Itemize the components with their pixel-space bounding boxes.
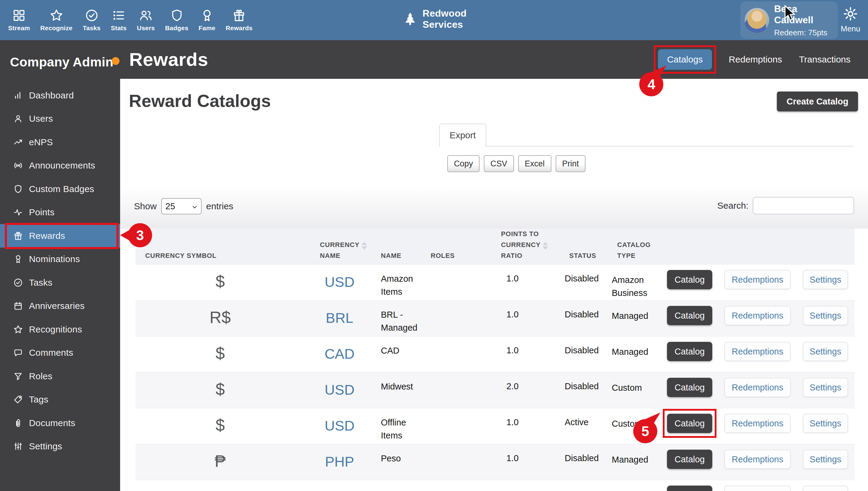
sidebar-item-nominations[interactable]: Nominations (0, 248, 120, 271)
catalog-button[interactable]: Catalog (667, 342, 712, 361)
redemptions-button[interactable]: Redemptions (724, 342, 791, 361)
nav-item-stream[interactable]: Stream (3, 8, 35, 32)
roles-cell (429, 337, 495, 372)
sidebar-item-label: Recognitions (29, 324, 82, 335)
tab-export[interactable]: Export (439, 123, 486, 146)
sidebar-item-rewards[interactable]: Rewards 3 (0, 224, 120, 248)
nav-item-stats[interactable]: Stats (105, 8, 132, 32)
sidebar-title: Company Admin (10, 55, 114, 69)
sidebar-item-documents[interactable]: Documents (0, 411, 120, 435)
user-name: Beca Caldwell (774, 3, 838, 26)
catalogs-table: CURRENCY SYMBOL CURRENCY NAME NAME ROLES… (135, 229, 855, 491)
currency-symbol: $ (135, 408, 305, 444)
catalog-button[interactable]: Catalog (667, 270, 712, 289)
settings-button[interactable]: Settings (803, 450, 848, 469)
catalog-button[interactable] (667, 486, 712, 491)
redemptions-button[interactable]: Redemptions (724, 414, 791, 433)
column-header-points-ratio[interactable]: POINTS TO CURRENCY RATIO (495, 229, 555, 266)
catalog-button[interactable]: Catalog (667, 306, 712, 325)
nav-item-rewards[interactable]: Rewards (221, 8, 258, 32)
show-label: Show (134, 201, 157, 211)
column-header-roles[interactable]: ROLES (429, 250, 495, 266)
search-input[interactable] (753, 197, 854, 214)
currency-name-link[interactable]: BRL (305, 300, 374, 336)
create-catalog-button[interactable]: Create Catalog (777, 91, 858, 111)
column-header-actions (661, 261, 855, 266)
nav-item-fame[interactable]: Fame (193, 8, 221, 32)
column-header-name[interactable]: NAME (374, 250, 429, 266)
nav-item-users[interactable]: Users (132, 8, 160, 32)
print-button[interactable]: Print (556, 155, 586, 172)
sidebar-item-dashboard[interactable]: Dashboard (0, 84, 120, 107)
star-icon (13, 325, 23, 334)
copy-button[interactable]: Copy (447, 155, 479, 172)
tree-icon (402, 7, 418, 31)
tab-redemptions[interactable]: Redemptions (729, 54, 782, 65)
settings-button[interactable]: Settings (803, 270, 848, 289)
sidebar-item-recognitions[interactable]: Recognitions (0, 318, 120, 341)
column-header-currency-symbol[interactable]: CURRENCY SYMBOL (135, 250, 305, 266)
sort-icon[interactable] (362, 242, 367, 250)
settings-button[interactable]: Settings (803, 414, 848, 433)
sidebar-item-enps[interactable]: eNPS (0, 131, 120, 154)
nav-item-recognize[interactable]: Recognize (35, 8, 78, 32)
settings-button[interactable]: Settings (803, 306, 848, 325)
settings-button[interactable] (803, 486, 848, 491)
page-header-bar: Rewards Catalogs 4 Redemptions Transacti… (120, 40, 868, 79)
table-row-partial (135, 480, 855, 491)
column-header-currency-name[interactable]: CURRENCY NAME (305, 239, 361, 266)
excel-button[interactable]: Excel (518, 155, 551, 172)
status-cell: Disabled (561, 372, 610, 408)
catalog-type-cell: Managed (610, 444, 661, 480)
column-header-status[interactable]: STATUS (561, 250, 610, 266)
catalog-button[interactable]: Catalog (667, 378, 712, 397)
redemptions-button[interactable]: Redemptions (724, 450, 791, 469)
sidebar-item-points[interactable]: Points (0, 201, 120, 224)
sidebar-item-announcements[interactable]: Announcements (0, 154, 120, 178)
currency-name-link[interactable]: USD (305, 408, 374, 444)
redemptions-button[interactable]: Redemptions (724, 306, 791, 325)
user-redeem-points: Redeem: 75pts (774, 28, 838, 37)
stream-icon (12, 8, 26, 22)
row-actions (661, 480, 855, 491)
nav-item-label: Fame (198, 25, 216, 32)
sidebar-item-custom-badges[interactable]: Custom Badges (0, 177, 120, 201)
redemptions-button[interactable]: Redemptions (724, 378, 791, 397)
redemptions-button[interactable] (724, 486, 791, 491)
currency-name-link[interactable]: CAD (305, 337, 374, 372)
catalog-button[interactable]: Catalog (667, 450, 712, 469)
sidebar-item-tags[interactable]: Tags (0, 388, 120, 411)
sidebar-item-label: Documents (29, 418, 75, 428)
mouse-cursor-icon (784, 5, 797, 22)
entries-select[interactable]: 25 (161, 198, 202, 214)
column-header-label: POINTS TO CURRENCY RATIO (501, 230, 540, 259)
nav-item-badges[interactable]: Badges (160, 8, 193, 32)
sidebar-item-comments[interactable]: Comments (0, 341, 120, 365)
award-ribbon-icon (13, 254, 23, 264)
page-title: Rewards (129, 40, 208, 79)
status-cell: Disabled (561, 300, 610, 336)
brand-logo[interactable]: Redwood Services (402, 7, 467, 31)
column-header-catalog-type[interactable]: CATALOG TYPE (610, 239, 655, 266)
sidebar-item-users[interactable]: Users (0, 107, 120, 131)
currency-name-link[interactable]: USD (305, 264, 374, 300)
tab-catalogs[interactable]: Catalogs 4 (658, 49, 712, 70)
settings-button[interactable]: Settings (803, 342, 848, 361)
sidebar-item-anniversaries[interactable]: Anniversaries (0, 294, 120, 318)
sidebar-item-tasks[interactable]: Tasks (0, 271, 120, 294)
sidebar-item-roles[interactable]: Roles (0, 365, 120, 388)
redemptions-button[interactable]: Redemptions (724, 270, 791, 289)
tab-transactions[interactable]: Transactions (799, 54, 850, 65)
nav-item-tasks[interactable]: Tasks (78, 8, 105, 32)
sort-icon[interactable] (542, 242, 548, 250)
csv-button[interactable]: CSV (484, 155, 514, 172)
sidebar-item-settings[interactable]: Settings (0, 435, 120, 458)
catalog-button[interactable]: Catalog 5 (667, 414, 712, 433)
menu-button[interactable]: Menu (837, 6, 864, 33)
currency-name-link[interactable]: USD (305, 372, 374, 408)
entries-label: entries (206, 201, 233, 211)
settings-button[interactable]: Settings (803, 378, 848, 397)
list-icon (112, 8, 126, 22)
currency-name-link[interactable]: PHP (305, 444, 374, 480)
currency-symbol: $ (135, 337, 305, 372)
